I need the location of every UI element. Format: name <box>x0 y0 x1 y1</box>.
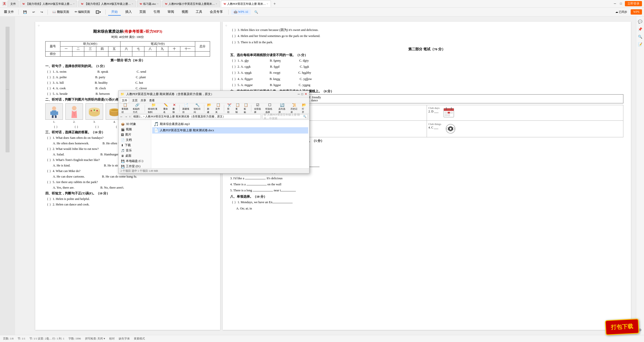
tab-page[interactable]: 页面 <box>136 9 149 16</box>
table-score-9[interactable] <box>156 52 168 57</box>
minimize-icon[interactable]: ─ <box>613 2 617 6</box>
toolbar-edit-mode[interactable]: ✏ 编辑页面 <box>73 9 92 15</box>
fm-sidebar-documents[interactable]: 📄 文档 <box>118 137 151 143</box>
toolbar-format[interactable]: 🔲▾ <box>94 10 103 14</box>
tab-1-close[interactable]: × <box>73 3 74 5</box>
add-tab-button[interactable]: + <box>272 1 277 7</box>
fm-sidebar-pictures[interactable]: 🖼 图片 <box>118 132 151 137</box>
fm-btn-select-none[interactable]: ☐ 经选也选择 <box>264 103 276 113</box>
fm-nav-forward[interactable]: → <box>125 115 128 118</box>
table-score-11[interactable] <box>180 52 195 57</box>
fm-tab-file[interactable]: 文件 <box>120 98 129 103</box>
toolbar-save[interactable]: 💾 <box>21 10 29 14</box>
fm-btn-rename[interactable]: ✏️ 重命名 <box>162 103 170 113</box>
tab-reference[interactable]: 引用 <box>150 9 163 16</box>
table-score-3[interactable] <box>84 52 96 57</box>
toolbar-menu-file[interactable]: ☰ 文件 <box>2 9 16 15</box>
fm-btn-copy-path[interactable]: 📋 复制路径 <box>120 103 130 113</box>
wps-upgrade-button[interactable]: WPS <box>631 9 642 15</box>
fm-btn-new-item[interactable]: 📄 新建项目 <box>181 103 191 113</box>
fm-tab-share[interactable]: 共享 <box>141 99 146 102</box>
fm-btn-select-all[interactable]: ☑ 全部选择 <box>253 103 263 113</box>
table-score-5[interactable] <box>108 52 120 57</box>
fm-sidebar-3d[interactable]: 📦 3D 对象 <box>118 121 151 127</box>
tab-5-close[interactable]: × <box>267 3 268 5</box>
toolbar-redo[interactable]: ↪ <box>38 10 45 14</box>
part7-item5: 5. There is a long near t <box>230 188 623 193</box>
fm-btn-easy-access[interactable]: 🔧 轻松访问 <box>192 103 203 113</box>
fm-tab-home[interactable]: 主页 <box>132 99 138 102</box>
fm-search-box[interactable]: 在 人教PEP英语五年级上册 期末... 中搜索 🔍 <box>262 114 308 119</box>
status-proofread[interactable]: 校对 <box>109 337 115 340</box>
fm-btn-open[interactable]: 📂 打开 <box>300 103 308 113</box>
fm-btn-cut[interactable]: ✂️ 剪切 <box>226 103 233 113</box>
tab-4[interactable]: W 人教PEP版小学英语五年级上册期末… × <box>162 1 220 7</box>
tab-file[interactable]: 文件 <box>8 1 19 7</box>
fm-btn-delete[interactable]: ✕ 删除 <box>171 103 178 113</box>
toolbar-sep-1 <box>18 10 19 15</box>
table-score-7[interactable] <box>132 52 144 57</box>
status-missing-font[interactable]: 缺失字体 <box>119 337 130 340</box>
login-button[interactable]: 立即登录 <box>625 1 642 6</box>
toolbar-read-mode[interactable]: 📖 翻版页面 <box>50 9 71 15</box>
status-spell[interactable]: 拼写检查: 关闭 ▾ <box>85 337 105 340</box>
sidebar-comment-icon[interactable]: 💬 <box>637 19 643 25</box>
table-score-1[interactable] <box>60 52 72 57</box>
table-score-8[interactable] <box>144 52 156 57</box>
fm-file-docx[interactable]: 📄 人教PEP英语五年级上册 期末测试卷.docx <box>152 127 308 134</box>
fm-sidebar-diskc[interactable]: 💾 本地磁盘 (C:) <box>118 158 151 164</box>
sidebar-search-icon[interactable]: 🔍 <box>637 34 643 40</box>
tab-insert[interactable]: 插入 <box>122 9 135 16</box>
fm-sidebar-music[interactable]: 🎵 音乐 <box>118 148 151 153</box>
wps-ai-button[interactable]: 🤖 WPS AI <box>231 9 251 15</box>
tab-2-close[interactable]: × <box>132 3 133 5</box>
tab-member[interactable]: 会员专享 <box>207 9 226 16</box>
status-yellow-mode[interactable]: 黄素模式 <box>134 337 145 340</box>
fm-btn-folder2[interactable]: 📋 文件夹 <box>214 103 222 113</box>
table-score-10[interactable] <box>168 52 180 57</box>
tab-2[interactable]: W 【能力培优】人教PEP版五年级上册… × <box>78 1 136 7</box>
fm-file-mp3[interactable]: 🎵 期末综合素质达标.mp3 <box>152 121 308 127</box>
tab-review[interactable]: 审阅 <box>165 9 177 16</box>
fm-btn-move[interactable]: 📁 移动到 复制到 <box>146 103 161 113</box>
tab-start[interactable]: 开始 <box>108 9 121 16</box>
search-button[interactable]: 🔍 <box>252 10 260 14</box>
tab-5-active[interactable]: W 人教PEP英语五年级上册 期末… × <box>221 1 271 7</box>
sidebar-pin-icon[interactable]: 📌 <box>637 26 643 32</box>
table-score-2[interactable] <box>72 52 84 57</box>
fm-sidebar-downloads[interactable]: ⬇ 下载 <box>118 143 151 148</box>
fm-btn-invert[interactable]: 🔄 反向选择 <box>277 103 287 113</box>
fm-btn-paste-type[interactable]: 🔗 粘贴的方式 <box>131 103 143 113</box>
fm-nav-path[interactable]: 稿新2... > 人教PEP英语五年级上册 期末测试卷（含答案及听力音频，原文） <box>132 114 261 119</box>
tab-view[interactable]: 视图 <box>179 9 191 16</box>
fm-sidebar-diskd[interactable]: 💾 工作室 (D:) <box>118 164 151 168</box>
fm-nav-up[interactable]: ↑ <box>129 115 131 118</box>
svg-point-12 <box>96 110 98 111</box>
download-badge[interactable]: 打包下载 <box>605 319 639 335</box>
fm-close-btn[interactable]: ✕ <box>305 92 307 96</box>
table-score-4[interactable] <box>96 52 108 57</box>
restore-icon[interactable]: □ <box>619 2 623 6</box>
tab-1[interactable]: W 【能力培优】人教PEP版五年级上册… × <box>20 1 77 7</box>
fm-minimize-btn[interactable]: ─ <box>298 92 300 96</box>
table-score-total[interactable] <box>195 52 210 57</box>
sidebar-note-icon[interactable]: 📝 <box>637 41 643 47</box>
table-score-6[interactable] <box>120 52 132 57</box>
fm-btn-copy[interactable]: 📋 复制 <box>234 103 241 113</box>
tab-4-close[interactable]: × <box>216 3 217 5</box>
tab-3[interactable]: W 练习题.doc × <box>137 1 161 7</box>
part7-item3: 3. I'd like a . It's delicious <box>230 176 623 181</box>
toolbar-undo[interactable]: ↩ <box>30 10 37 14</box>
fm-btn-new-folder[interactable]: 📂 新建 <box>206 103 213 113</box>
tab-tools[interactable]: 工具 <box>193 9 205 16</box>
fm-tab-view[interactable]: 查看 <box>149 99 155 102</box>
fm-sidebar-video[interactable]: 🎬 视频 <box>118 127 151 132</box>
fm-maximize-btn[interactable]: □ <box>301 92 303 96</box>
folder2-label: 文件夹 <box>215 107 221 114</box>
fm-btn-history[interactable]: 📜 历史记录 <box>289 103 299 113</box>
fm-nav-back[interactable]: ← <box>120 115 123 118</box>
cloud-sync-button[interactable]: ☁ 已同步 <box>613 10 629 14</box>
tab-3-close[interactable]: × <box>157 3 158 5</box>
fm-btn-paste[interactable]: 📋 粘贴 <box>242 103 250 113</box>
fm-sidebar-desktop[interactable]: 🖥 桌面 <box>118 153 151 158</box>
